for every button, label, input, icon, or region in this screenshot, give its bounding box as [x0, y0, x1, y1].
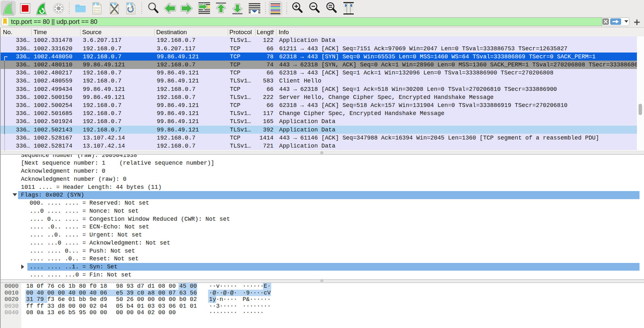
- svg-text:01110: 01110: [94, 12, 101, 14]
